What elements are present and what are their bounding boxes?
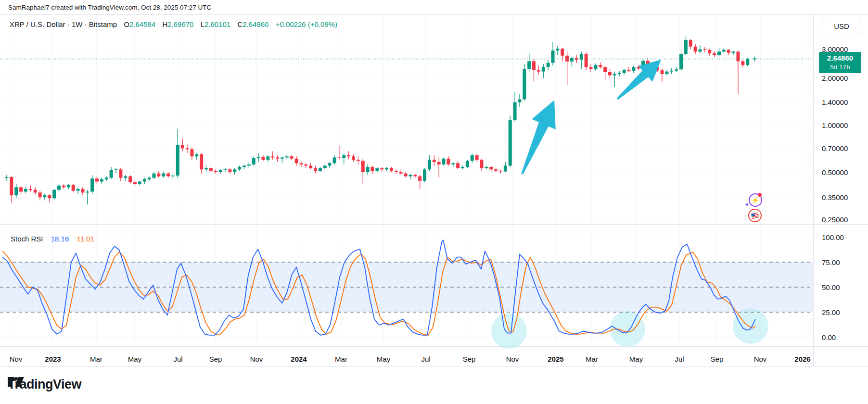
- time-axis-month-label: Nov: [10, 355, 23, 363]
- candle-body: [77, 189, 80, 191]
- candle-body: [38, 192, 42, 197]
- candle-body: [57, 186, 61, 190]
- candle-body: [100, 179, 103, 182]
- candle-body: [708, 50, 711, 53]
- candle-body: [52, 190, 56, 199]
- candle-body: [627, 70, 630, 71]
- candle-body: [261, 157, 265, 160]
- candle-body: [418, 177, 421, 181]
- candle-body: [466, 161, 469, 166]
- change-value: +0.00226 (+0.09%): [276, 20, 337, 28]
- candle-body: [128, 177, 132, 183]
- trend-arrow[interactable]: [617, 60, 661, 100]
- candle-body: [390, 168, 393, 171]
- symbol-exchange[interactable]: Bitstamp: [89, 20, 117, 28]
- symbol-interval[interactable]: 1W: [72, 20, 83, 28]
- currency-button[interactable]: USD: [821, 18, 862, 34]
- candle-body: [328, 163, 332, 165]
- candle-body: [679, 54, 683, 69]
- time-axis-month-label: Sep: [463, 355, 476, 363]
- candle-body: [243, 165, 246, 167]
- close-value: 2.64860: [243, 20, 268, 28]
- candle-body: [124, 177, 127, 178]
- time-axis-month-label: May: [128, 355, 141, 363]
- candle-body: [181, 145, 184, 149]
- candle-body: [176, 145, 179, 176]
- candle-body: [314, 168, 317, 171]
- candle-body: [357, 160, 360, 161]
- spark-lightning-icon[interactable]: ⚡ ✦: [747, 193, 762, 207]
- candle-body: [670, 71, 673, 72]
- candle-body: [699, 50, 702, 52]
- candle-body: [162, 174, 165, 177]
- candle-body: [618, 73, 621, 74]
- candle-body: [494, 169, 498, 171]
- candle-body: [115, 169, 118, 170]
- candle-body: [148, 178, 151, 179]
- candle-body: [252, 158, 255, 164]
- us-flag-icon[interactable]: [748, 209, 762, 222]
- time-axis-month-label: Jul: [173, 355, 182, 363]
- candle-body: [423, 169, 426, 181]
- candle-body: [694, 47, 697, 52]
- candle-body: [72, 185, 75, 190]
- candle-body: [461, 167, 464, 168]
- candle-body: [43, 195, 46, 197]
- chart-canvas[interactable]: [0, 0, 868, 404]
- candle-body: [48, 195, 51, 198]
- open-letter: O: [124, 20, 129, 28]
- candle-body: [523, 69, 526, 100]
- candle-body: [380, 168, 383, 170]
- time-axis-month-label: Mar: [335, 355, 347, 363]
- price-scale-label: 0.35000: [822, 193, 866, 202]
- candle-body: [204, 168, 208, 170]
- candle-body: [299, 163, 303, 164]
- candle-body: [489, 167, 493, 169]
- candle-body: [152, 174, 155, 178]
- candle-body: [561, 49, 564, 55]
- low-value: 2.60101: [204, 20, 230, 28]
- candle-body: [19, 187, 23, 191]
- stoch-scale-label: 75.00: [822, 258, 866, 266]
- candle-body: [437, 162, 441, 164]
- candle-body: [428, 160, 431, 169]
- oversold-highlight-circle: [733, 308, 768, 344]
- price-scale-label: 2.00000: [822, 74, 866, 82]
- candle-body: [304, 164, 307, 166]
- last-price-badge: 2.64860 5d 17h: [819, 52, 861, 73]
- candle-body: [746, 59, 749, 65]
- stoch-rsi-title[interactable]: Stoch RSI: [11, 235, 43, 243]
- symbol-legend[interactable]: XRP / U.S. Dollar · 1W · Bitstamp O2.645…: [10, 19, 337, 28]
- time-axis-month-label: Sep: [711, 355, 724, 363]
- price-scale-label: 0.70000: [822, 144, 866, 152]
- time-axis-month-label: May: [629, 355, 643, 363]
- tradingview-mark-icon: [8, 377, 24, 390]
- last-price-value: 2.64860: [819, 53, 861, 63]
- candle-body: [451, 163, 455, 164]
- open-value: 2.64584: [129, 20, 155, 28]
- lightning-bolt-icon: ⚡: [751, 196, 760, 204]
- candle-body: [447, 159, 450, 164]
- candle-body: [623, 70, 626, 73]
- candle-body: [537, 70, 540, 72]
- candle-body: [551, 50, 555, 63]
- candle-body: [171, 176, 175, 176]
- candle-body: [684, 40, 688, 54]
- price-scale-label: 1.00000: [822, 121, 866, 129]
- time-axis-month-label: May: [377, 355, 390, 363]
- candle-body: [29, 189, 32, 190]
- trend-arrow[interactable]: [521, 100, 556, 175]
- candle-body: [323, 165, 327, 168]
- candle-body: [361, 161, 365, 172]
- price-scale-label: 0.50000: [822, 168, 866, 177]
- candle-body: [603, 67, 607, 72]
- symbol-title[interactable]: XRP / U.S. Dollar: [10, 20, 65, 28]
- candle-body: [527, 61, 531, 69]
- candle-body: [513, 102, 517, 120]
- stoch-rsi-legend[interactable]: Stoch RSI 18.16 11.01: [11, 235, 94, 243]
- candle-body: [741, 61, 744, 65]
- candle-body: [333, 157, 336, 163]
- tradingview-logo[interactable]: TradingView: [8, 377, 81, 392]
- candle-body: [233, 169, 236, 172]
- candle-body: [608, 72, 612, 76]
